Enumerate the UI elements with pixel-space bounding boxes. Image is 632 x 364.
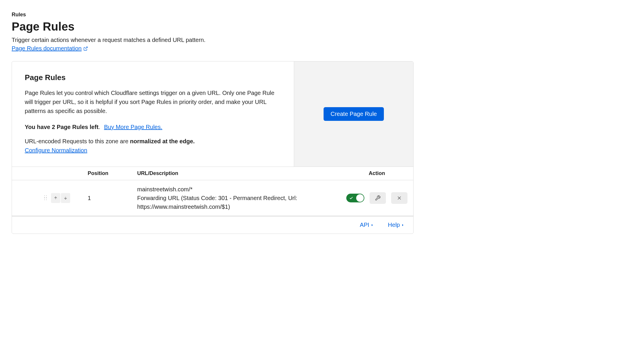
api-link-label: API [360, 222, 369, 228]
arrow-up-icon [54, 196, 58, 200]
edit-rule-button[interactable] [370, 192, 386, 204]
documentation-link-label: Page Rules documentation [12, 45, 82, 52]
delete-rule-button[interactable] [391, 192, 407, 204]
row-position: 1 [88, 195, 137, 202]
wrench-icon [375, 195, 381, 201]
svg-marker-6 [402, 224, 403, 226]
normalization-prefix: URL-encoded Requests to this zone are [25, 138, 130, 144]
buy-more-rules-link[interactable]: Buy More Page Rules. [104, 124, 162, 130]
close-icon [396, 195, 402, 201]
header-action: Action [340, 170, 413, 176]
table-header-row: Position URL/Description Action [12, 167, 413, 180]
api-link[interactable]: API [360, 222, 374, 228]
documentation-link[interactable]: Page Rules documentation [12, 45, 88, 52]
create-page-rule-button[interactable]: Create Page Rule [324, 107, 384, 121]
normalization-status-line: URL-encoded Requests to this zone are no… [25, 138, 281, 145]
rule-enabled-toggle[interactable] [346, 194, 364, 202]
help-link-label: Help [388, 222, 400, 228]
header-url: URL/Description [137, 170, 340, 176]
rules-remaining-line: You have 2 Page Rules left. Buy More Pag… [25, 124, 281, 130]
rules-remaining-bold: You have 2 Page Rules left [25, 124, 98, 130]
breadcrumb: Rules [12, 12, 414, 18]
table-row: ∷∷ 1 mainstreetwish.com/* Forwarding URL… [12, 180, 413, 216]
move-up-button[interactable] [51, 193, 60, 203]
page-rules-card: Page Rules Page Rules let you control wh… [12, 61, 414, 234]
svg-line-0 [85, 47, 87, 49]
card-footer: API Help [12, 216, 413, 234]
help-link[interactable]: Help [388, 222, 405, 228]
header-position: Position [88, 170, 137, 176]
section-description: Page Rules let you control which Cloudfl… [25, 89, 275, 116]
drag-handle-icon[interactable]: ∷∷ [44, 196, 48, 200]
external-link-icon [83, 46, 88, 51]
arrow-down-icon [63, 196, 68, 200]
configure-normalization-link[interactable]: Configure Normalization [25, 147, 87, 154]
row-url: mainstreetwish.com/* [137, 185, 340, 194]
caret-right-icon [401, 223, 405, 227]
row-url-description: mainstreetwish.com/* Forwarding URL (Sta… [137, 185, 340, 211]
row-description: Forwarding URL (Status Code: 301 - Perma… [137, 194, 340, 211]
check-icon [349, 196, 353, 200]
svg-marker-5 [372, 224, 373, 226]
rules-table: Position URL/Description Action ∷∷ [12, 167, 413, 216]
page-subtitle: Trigger certain actions whenever a reque… [12, 37, 414, 43]
page-title: Page Rules [12, 20, 414, 33]
caret-right-icon [370, 223, 374, 227]
move-down-button[interactable] [61, 193, 70, 203]
normalization-bold: normalized at the edge. [130, 138, 195, 144]
section-title: Page Rules [25, 73, 281, 82]
rules-remaining-period: . [98, 124, 100, 130]
